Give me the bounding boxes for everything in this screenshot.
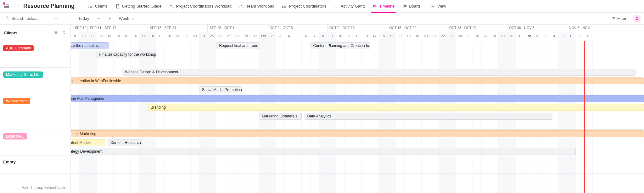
day-header: 16 bbox=[387, 32, 396, 41]
task-bar[interactable]: Content Models bbox=[71, 139, 105, 146]
day-header: 11 bbox=[88, 32, 96, 41]
task-bar[interactable]: Online Ads Management bbox=[71, 95, 644, 102]
list-icon bbox=[282, 4, 287, 9]
week-header: OCT 2 - OCT 8 bbox=[267, 25, 327, 32]
group-row-wma[interactable]: WeMakeAds bbox=[0, 94, 70, 129]
group-by-pill[interactable]: G bbox=[633, 15, 641, 22]
task-bar[interactable]: Article creation in WebForNewbie bbox=[71, 77, 644, 84]
group-pill: WeMakeAds bbox=[3, 98, 30, 104]
task-bar[interactable]: Strategy Development bbox=[71, 148, 576, 155]
chevron-down-icon[interactable] bbox=[54, 17, 58, 20]
topbar: Resource Planning ClientsGetting Started… bbox=[0, 0, 644, 13]
day-header: 8 bbox=[584, 32, 592, 41]
week-header: OCT 16 - OCT 22 bbox=[387, 25, 447, 32]
svg-point-14 bbox=[6, 17, 8, 19]
group-row-mg[interactable]: Marketing Guru, Ltd. bbox=[0, 68, 70, 94]
task-bar[interactable]: Request final arts from… bbox=[216, 42, 259, 49]
day-header: 10 bbox=[79, 32, 88, 41]
list-icon bbox=[88, 4, 93, 9]
day-header: 22 bbox=[182, 32, 190, 41]
day-header: 21 bbox=[430, 32, 439, 41]
svg-point-7 bbox=[283, 6, 283, 6]
plus-icon bbox=[430, 4, 435, 9]
hide-empty-groups-link[interactable]: Hide 1 group without tasks bbox=[0, 182, 70, 193]
day-header: 2 bbox=[533, 32, 541, 41]
task-bar[interactable]: Social Media Promotion bbox=[199, 86, 242, 93]
zoom-out-button[interactable] bbox=[94, 15, 103, 22]
group-pill: LikeIt OPC bbox=[3, 133, 27, 139]
day-header: 1st bbox=[259, 32, 267, 41]
task-bar[interactable]: Finalize capacity for the workshop bbox=[97, 51, 156, 58]
collapse-icon[interactable] bbox=[62, 30, 67, 36]
task-bar[interactable]: Branding bbox=[148, 104, 644, 111]
week-header: OCT 30 - NOV 5 bbox=[507, 25, 567, 32]
tab-team-workload[interactable]: Team Workload bbox=[235, 0, 278, 13]
week-header: - SEP 10 bbox=[71, 25, 88, 32]
day-header: 2 bbox=[267, 32, 276, 41]
task-bar[interactable]: Content Planning and Creation fo… bbox=[311, 42, 370, 49]
tab-activity-gantt[interactable]: Activity Gantt bbox=[330, 0, 369, 13]
day-header: 9 bbox=[71, 32, 79, 41]
tab-project-coordinators[interactable]: Project Coordinators bbox=[278, 0, 330, 13]
group-row-empty[interactable]: Empty bbox=[0, 156, 70, 173]
week-header: SEP 25 - OCT 1 bbox=[208, 25, 267, 32]
svg-point-4 bbox=[170, 5, 171, 6]
tab-getting-started-guide[interactable]: Getting Started Guide bbox=[111, 0, 165, 13]
tab-clients[interactable]: Clients bbox=[84, 0, 111, 13]
task-bar[interactable]: Data Analytics bbox=[305, 113, 553, 120]
day-header: 20 bbox=[165, 32, 173, 41]
day-header: 3 bbox=[276, 32, 285, 41]
week-header: OCT 9 - OCT 15 bbox=[328, 25, 387, 32]
svg-point-9 bbox=[375, 5, 376, 6]
svg-point-2 bbox=[89, 6, 89, 6]
tab-timeline[interactable]: Timeline bbox=[369, 0, 399, 13]
task-bar[interactable]: Website Design & Development bbox=[122, 69, 636, 76]
day-header: 27 bbox=[481, 32, 490, 41]
hamburger-menu[interactable] bbox=[3, 3, 10, 10]
svg-point-10 bbox=[373, 6, 373, 7]
group-row-abc[interactable]: ABC Company bbox=[0, 41, 70, 68]
day-header: 29 bbox=[498, 32, 507, 41]
group-column-header: Clients bbox=[0, 25, 70, 41]
search-input[interactable] bbox=[11, 16, 52, 21]
svg-point-0 bbox=[14, 3, 19, 9]
day-header: 8 bbox=[319, 32, 327, 41]
tab-project-coordinators-workload[interactable]: Project Coordinators Workload bbox=[165, 0, 236, 13]
search-box[interactable] bbox=[3, 14, 66, 22]
task-bar[interactable]: Content Research bbox=[108, 139, 142, 146]
timeline-canvas[interactable]: - SEP 10SEP 11 - SEP 17SEP 18 - SEP 24SE… bbox=[71, 25, 644, 193]
workload-icon bbox=[169, 4, 174, 9]
day-header: 23 bbox=[191, 32, 199, 41]
week-header: SEP 18 - SEP 24 bbox=[148, 25, 208, 32]
day-header: 6 bbox=[567, 32, 575, 41]
day-header: 31 bbox=[516, 32, 524, 41]
day-header: 29 bbox=[242, 32, 250, 41]
today-button[interactable]: Today bbox=[76, 15, 91, 22]
space-title: Resource Planning bbox=[23, 3, 75, 9]
search-icon bbox=[5, 16, 9, 21]
day-header: 12 bbox=[353, 32, 361, 41]
toolbar: Today Week Filter G bbox=[0, 13, 644, 25]
zoom-level-select[interactable]: Week bbox=[117, 15, 136, 22]
zoom-in-button[interactable] bbox=[106, 15, 114, 22]
task-bar[interactable]: nalize the marketin… bbox=[71, 42, 109, 49]
hide-icon[interactable] bbox=[53, 30, 59, 36]
task-bar[interactable]: Marketing Collaterals bbox=[259, 113, 302, 120]
day-header: 9 bbox=[328, 32, 336, 41]
day-header: 6 bbox=[302, 32, 310, 41]
day-header: 23 bbox=[447, 32, 456, 41]
tab-board[interactable]: Board bbox=[398, 0, 424, 13]
tab-view[interactable]: View bbox=[427, 0, 450, 13]
workload-icon bbox=[239, 4, 244, 9]
filter-button[interactable]: Filter bbox=[610, 15, 628, 22]
day-header: 17 bbox=[396, 32, 404, 41]
day-header: 26 bbox=[216, 32, 225, 41]
svg-point-5 bbox=[240, 5, 242, 6]
notifications-badge bbox=[2, 2, 6, 5]
group-row-likeit[interactable]: LikeIt OPC bbox=[0, 129, 70, 156]
task-bar[interactable]: Moment Marketing bbox=[71, 130, 644, 137]
svg-rect-11 bbox=[403, 5, 404, 8]
group-pill: ABC Company bbox=[3, 45, 34, 51]
day-header: 5 bbox=[558, 32, 567, 41]
svg-point-1 bbox=[89, 5, 89, 5]
